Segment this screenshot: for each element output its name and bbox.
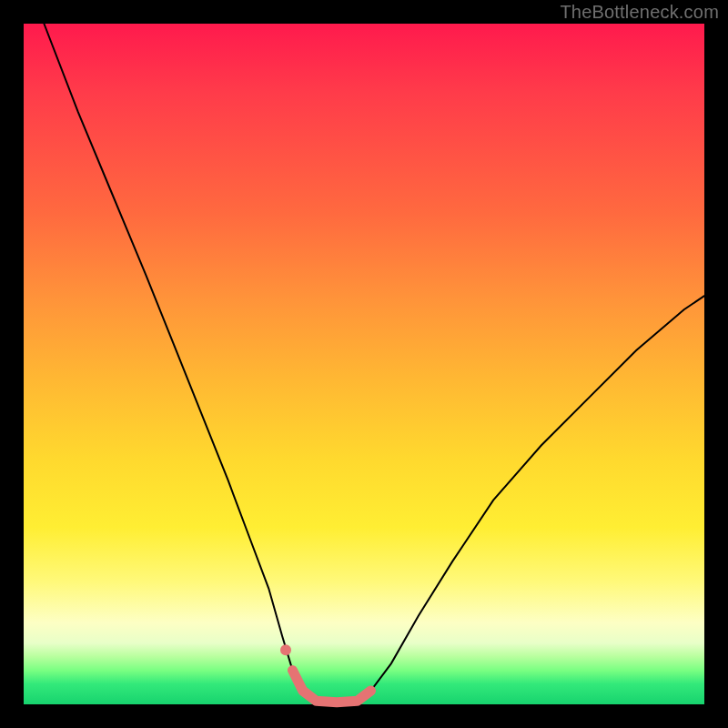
chart-svg [24, 24, 704, 704]
chart-plot-area [24, 24, 704, 704]
optimal-band [293, 671, 371, 703]
watermark-text: TheBottleneck.com [560, 2, 719, 23]
chart-frame: TheBottleneck.com [0, 0, 728, 728]
optimal-dot [280, 644, 291, 655]
bottleneck-curve [44, 24, 704, 703]
